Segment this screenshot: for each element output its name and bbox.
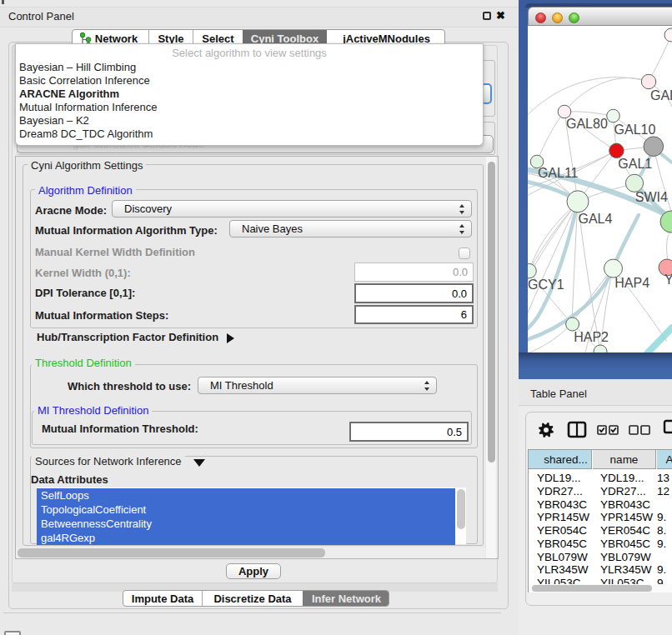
svg-text:GAL4: GAL4 xyxy=(579,212,613,226)
svg-text:GAL11: GAL11 xyxy=(538,166,579,180)
svg-text:GAL7: GAL7 xyxy=(650,88,672,102)
svg-text:SWI4: SWI4 xyxy=(635,190,668,204)
svg-text:GAL80: GAL80 xyxy=(566,117,608,131)
svg-text:HAP4: HAP4 xyxy=(614,276,649,290)
svg-text:GAL1: GAL1 xyxy=(618,157,652,171)
svg-text:YD: YD xyxy=(664,272,672,287)
svg-text:HAP2: HAP2 xyxy=(574,330,609,344)
svg-text:GCY1: GCY1 xyxy=(528,278,564,292)
svg-text:GAL10: GAL10 xyxy=(614,122,656,137)
